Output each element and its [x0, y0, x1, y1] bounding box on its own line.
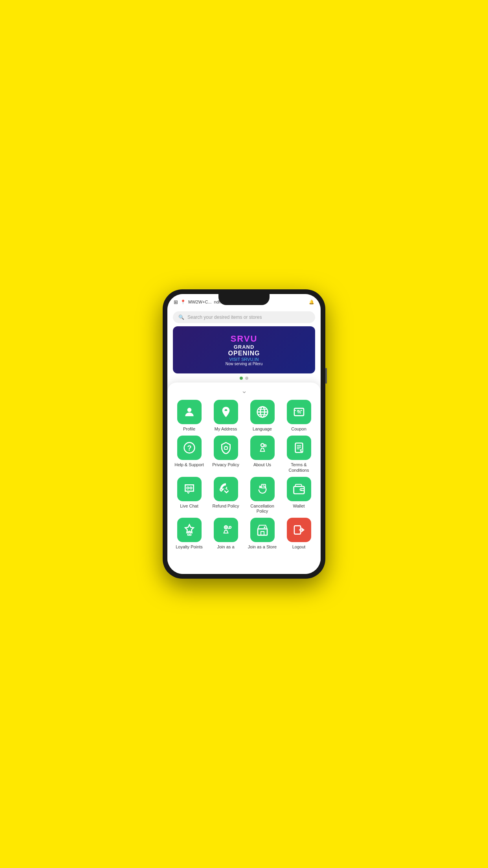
svg-point-32: [229, 526, 231, 528]
cancellation-icon: [256, 483, 269, 495]
menu-item-refund[interactable]: Refund Policy: [209, 477, 242, 514]
refund-icon: [220, 483, 232, 495]
profile-icon-box: [177, 400, 202, 424]
livechat-icon: [183, 483, 196, 495]
menu-item-about[interactable]: i About Us: [246, 436, 279, 473]
search-placeholder: Search your desired items or stores: [187, 314, 262, 320]
svg-point-14: [261, 444, 264, 447]
menu-item-wallet[interactable]: Wallet: [283, 477, 315, 514]
coupon-icon-box: %: [287, 400, 311, 424]
menu-item-address[interactable]: My Address: [209, 400, 242, 432]
menu-item-privacy[interactable]: Privacy Policy: [209, 436, 242, 473]
privacy-label: Privacy Policy: [212, 462, 239, 467]
help-icon: ?: [183, 441, 196, 454]
terms-icon-box: ⚙: [287, 436, 311, 460]
phone-frame: ⊞ 📍 MW2W+C... ndhra ... ▼ 🔔 🔍 Search you…: [163, 289, 325, 579]
svg-point-0: [187, 408, 191, 412]
coupon-label: Coupon: [291, 427, 306, 432]
banner-line2: OPENING: [226, 350, 262, 357]
livechat-icon-box: [177, 477, 202, 501]
banner-content: SRVU GRAND OPENING VISIT SRVU.IN Now ser…: [226, 334, 262, 366]
about-label: About Us: [253, 462, 271, 467]
banner-brand: SRVU: [226, 334, 262, 344]
join-store-icon: [256, 524, 269, 536]
banner-line1: GRAND: [226, 344, 262, 350]
menu-item-help[interactable]: ? Help & Support: [173, 436, 205, 473]
join-store-label: Join as a Store: [248, 544, 277, 550]
banner-dots: [167, 377, 321, 380]
wallet-label: Wallet: [293, 504, 305, 509]
svg-text:?: ?: [187, 444, 191, 452]
logout-label: Logout: [292, 544, 306, 550]
status-right: 🔔: [309, 300, 314, 305]
join-icon-box: [214, 518, 238, 542]
svg-rect-12: [224, 447, 227, 450]
bell-icon: 🔔: [309, 300, 314, 305]
dot-2: [245, 377, 248, 380]
cancellation-label: Cancellation Policy: [246, 504, 279, 514]
logout-icon-box: [287, 518, 311, 542]
logout-icon: [293, 524, 305, 536]
join-store-icon-box: [250, 518, 275, 542]
livechat-label: Live Chat: [180, 504, 198, 509]
svg-rect-34: [261, 531, 264, 535]
banner-serving: Now serving at Pileru: [226, 362, 262, 366]
menu-item-cancellation[interactable]: Cancellation Policy: [246, 477, 279, 514]
banner-url: VISIT SRVU.IN: [226, 357, 262, 362]
menu-item-livechat[interactable]: Live Chat: [173, 477, 205, 514]
dot-1: [240, 377, 243, 380]
search-bar[interactable]: 🔍 Search your desired items or stores: [173, 311, 315, 323]
address-label: My Address: [215, 427, 237, 432]
menu-item-join-store[interactable]: Join as a Store: [246, 518, 279, 550]
phone-screen: ⊞ 📍 MW2W+C... ndhra ... ▼ 🔔 🔍 Search you…: [167, 294, 321, 574]
svg-rect-33: [258, 529, 267, 535]
refund-label: Refund Policy: [213, 504, 239, 509]
language-icon-box: [250, 400, 275, 424]
help-label: Help & Support: [174, 462, 204, 467]
menu-item-join[interactable]: Join as a: [209, 518, 242, 550]
svg-point-23: [187, 487, 189, 489]
terms-icon: ⚙: [293, 441, 305, 454]
grid-icon: ⊞: [174, 299, 178, 305]
location-text: MW2W+C...: [188, 300, 212, 304]
menu-grid: Profile My Address Languag: [173, 400, 315, 550]
wallet-icon-box: [287, 477, 311, 501]
wallet-icon: [293, 483, 305, 495]
search-icon: 🔍: [178, 314, 184, 320]
about-icon: i: [256, 441, 269, 454]
menu-item-loyalty[interactable]: Loyalty Points: [173, 518, 205, 550]
notch: [218, 294, 270, 305]
join-icon: [220, 524, 232, 536]
help-icon-box: ?: [177, 436, 202, 460]
svg-rect-28: [294, 486, 304, 494]
menu-item-language[interactable]: Language: [246, 400, 279, 432]
menu-item-terms[interactable]: ⚙ Terms & Conditions: [283, 436, 315, 473]
refund-icon-box: [214, 477, 238, 501]
app-content: 🔍 Search your desired items or stores SR…: [167, 308, 321, 574]
location-icon: 📍: [180, 300, 186, 305]
volume-button: [325, 368, 327, 384]
svg-text:⚙: ⚙: [300, 449, 303, 452]
address-icon: [220, 406, 232, 418]
language-icon: [256, 406, 269, 418]
menu-item-logout[interactable]: Logout: [283, 518, 315, 550]
banner: SRVU GRAND OPENING VISIT SRVU.IN Now ser…: [173, 326, 315, 373]
svg-point-30: [225, 527, 227, 528]
profile-icon: [183, 406, 196, 418]
svg-rect-1: [224, 411, 227, 414]
loyalty-label: Loyalty Points: [176, 544, 202, 550]
privacy-icon-box: [214, 436, 238, 460]
loyalty-icon-box: [177, 518, 202, 542]
join-label: Join as a: [217, 544, 234, 550]
svg-point-35: [264, 527, 265, 528]
bottom-sheet: ⌄ Profile My Addres: [167, 383, 321, 574]
loyalty-icon: [183, 524, 196, 536]
language-label: Language: [253, 427, 272, 432]
menu-item-coupon[interactable]: % Coupon: [283, 400, 315, 432]
chevron-down-icon: ⌄: [241, 387, 247, 395]
svg-text:i: i: [264, 445, 265, 447]
profile-label: Profile: [183, 427, 195, 432]
menu-item-profile[interactable]: Profile: [173, 400, 205, 432]
sheet-handle[interactable]: ⌄: [173, 387, 315, 394]
about-icon-box: i: [250, 436, 275, 460]
